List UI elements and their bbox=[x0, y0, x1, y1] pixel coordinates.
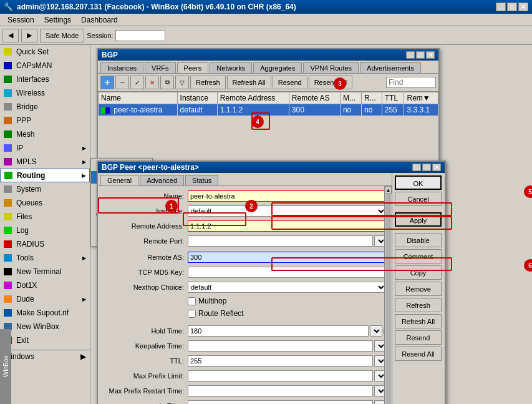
minimize-btn[interactable]: _ bbox=[496, 2, 506, 11]
sidebar-item-newwinbox[interactable]: New WinBox bbox=[0, 320, 90, 333]
instance-select[interactable]: default bbox=[188, 205, 387, 217]
safe-mode-button[interactable]: Safe Mode bbox=[40, 29, 84, 42]
sidebar-item-capsman[interactable]: CAPsMAN bbox=[0, 59, 90, 72]
session-input[interactable] bbox=[115, 30, 165, 41]
max-prefix-restart-input[interactable] bbox=[188, 385, 373, 397]
sidebar-item-log[interactable]: Log bbox=[0, 224, 90, 237]
refresh-button[interactable]: Refresh bbox=[395, 298, 442, 312]
sidebar-item-queues[interactable]: Queues bbox=[0, 196, 90, 210]
copy-button[interactable]: Copy bbox=[395, 265, 442, 280]
tab-networks[interactable]: Networks bbox=[210, 62, 252, 73]
back-button[interactable]: ◀ bbox=[2, 29, 19, 42]
find-input[interactable] bbox=[386, 77, 436, 88]
check-button[interactable]: ✓ bbox=[130, 76, 144, 89]
disable-button[interactable]: Disable bbox=[395, 233, 442, 247]
sidebar-item-terminal[interactable]: New Terminal bbox=[0, 265, 90, 278]
apply-button[interactable]: Apply bbox=[395, 212, 442, 227]
col-remote-address[interactable]: Remote Address bbox=[217, 92, 289, 104]
max-prefix-input[interactable] bbox=[188, 370, 373, 382]
tab-vrfs[interactable]: VRFs bbox=[145, 62, 176, 73]
sidebar-item-bridge[interactable]: Bridge bbox=[0, 100, 90, 114]
remote-port-input[interactable] bbox=[188, 235, 373, 247]
bgp-close[interactable]: ✕ bbox=[426, 51, 435, 59]
x-button[interactable]: ✕ bbox=[145, 76, 159, 89]
menu-session[interactable]: Session bbox=[2, 14, 39, 26]
col-instance[interactable]: Instance bbox=[177, 92, 217, 104]
forward-button[interactable]: ▶ bbox=[21, 29, 37, 42]
peer-tab-general[interactable]: General bbox=[100, 175, 138, 185]
nexthop-select[interactable]: default bbox=[188, 282, 387, 293]
remove-button[interactable]: Remove bbox=[395, 282, 442, 296]
keepalive-input[interactable] bbox=[188, 340, 373, 352]
sidebar-item-system[interactable]: System bbox=[0, 182, 90, 196]
ttl-input[interactable] bbox=[188, 355, 373, 367]
tcp-md5-input[interactable] bbox=[188, 267, 387, 278]
hold-time-input[interactable] bbox=[188, 325, 369, 337]
col-name[interactable]: Name bbox=[99, 92, 178, 104]
menu-bar: Session Settings Dashboard bbox=[0, 14, 532, 26]
menu-settings[interactable]: Settings bbox=[39, 14, 76, 26]
close-btn[interactable]: ✕ bbox=[518, 2, 528, 11]
hold-time-unit[interactable] bbox=[370, 325, 382, 337]
filter-button[interactable]: ▽ bbox=[175, 76, 189, 89]
sidebar-item-mpls[interactable]: MPLS ▶ bbox=[0, 155, 90, 169]
resend-button[interactable]: Resend bbox=[395, 330, 442, 345]
remove-button[interactable]: − bbox=[115, 76, 129, 89]
name-input[interactable] bbox=[188, 190, 387, 202]
badge-4: 4 bbox=[251, 116, 264, 128]
col-ttl[interactable]: TTL bbox=[382, 92, 404, 104]
refresh-all-button[interactable]: Refresh All bbox=[395, 314, 442, 328]
tab-vpn4routes[interactable]: VPN4 Routes bbox=[303, 62, 359, 73]
peer-close[interactable]: ✕ bbox=[432, 164, 441, 171]
tab-advertisements[interactable]: Advertisements bbox=[360, 62, 421, 73]
col-remote-as[interactable]: Remote AS bbox=[289, 92, 340, 104]
sidebar-item-supout[interactable]: Make Supout.rif bbox=[0, 306, 90, 320]
resend-all-button[interactable]: Resend All bbox=[395, 347, 442, 361]
resend-bgp-button[interactable]: Resend bbox=[273, 76, 307, 89]
bgp-title-bar: BGP _ □ ✕ bbox=[98, 49, 438, 61]
peer-minimize[interactable]: _ bbox=[412, 164, 421, 171]
copy-icon-button[interactable]: ⧉ bbox=[160, 76, 174, 89]
col-r[interactable]: R... bbox=[362, 92, 382, 104]
tab-aggregates[interactable]: Aggregates bbox=[253, 62, 302, 73]
tab-instances[interactable]: Instances bbox=[100, 62, 143, 73]
route-reflect-label[interactable]: Route Reflect bbox=[188, 309, 244, 318]
sidebar-item-dot1x[interactable]: Dot1X bbox=[0, 278, 90, 292]
table-row[interactable]: peer-to-alestra default 1.1.1.2 300 no n… bbox=[99, 104, 438, 116]
ok-button[interactable]: OK bbox=[395, 175, 442, 190]
peer-maximize[interactable]: □ bbox=[422, 164, 431, 171]
bgp-maximize[interactable]: □ bbox=[416, 51, 425, 59]
col-m[interactable]: M... bbox=[340, 92, 361, 104]
sidebar-item-interfaces[interactable]: Interfaces bbox=[0, 72, 90, 86]
peer-tab-advanced[interactable]: Advanced bbox=[140, 175, 184, 185]
menu-dashboard[interactable]: Dashboard bbox=[76, 14, 123, 26]
multihop-checkbox[interactable] bbox=[188, 297, 196, 305]
refresh-bgp-button[interactable]: Refresh bbox=[190, 76, 226, 89]
multihop-label[interactable]: Multihop bbox=[188, 297, 226, 305]
scroll-up[interactable]: ▲ bbox=[385, 186, 392, 194]
refresh-all-bgp-button[interactable]: Refresh All bbox=[227, 76, 271, 89]
remote-as-input[interactable] bbox=[188, 252, 387, 263]
cancel-button[interactable]: Cancel bbox=[395, 192, 442, 206]
bgp-minimize[interactable]: _ bbox=[406, 51, 415, 59]
tab-peers[interactable]: Peers bbox=[177, 62, 209, 73]
sidebar-item-tools[interactable]: Tools ▶ bbox=[0, 251, 90, 265]
comment-button[interactable]: Comment bbox=[395, 249, 442, 264]
col-rem[interactable]: Rem▼ bbox=[404, 92, 438, 104]
sidebar-item-exit[interactable]: Exit bbox=[0, 333, 90, 347]
remote-address-input[interactable] bbox=[188, 220, 387, 232]
sidebar-item-wireless[interactable]: Wireless bbox=[0, 86, 90, 100]
add-button[interactable]: + bbox=[100, 76, 114, 89]
sidebar-item-ppp[interactable]: PPP bbox=[0, 114, 90, 127]
sidebar-item-quickset[interactable]: Quick Set bbox=[0, 45, 90, 59]
sidebar-item-mesh[interactable]: Mesh bbox=[0, 127, 90, 141]
sidebar-item-files[interactable]: Files bbox=[0, 210, 90, 224]
sidebar-item-radius[interactable]: RADIUS bbox=[0, 237, 90, 251]
sidebar-item-ip[interactable]: IP ▶ bbox=[0, 141, 90, 155]
sidebar-item-dude[interactable]: Dude ▶ bbox=[0, 292, 90, 306]
peer-tab-status[interactable]: Status bbox=[185, 175, 218, 185]
maximize-btn[interactable]: □ bbox=[507, 2, 517, 11]
sidebar-item-routing[interactable]: Routing ▶ bbox=[0, 169, 90, 182]
route-reflect-checkbox[interactable] bbox=[188, 310, 196, 318]
in-filter-input[interactable] bbox=[188, 400, 373, 404]
